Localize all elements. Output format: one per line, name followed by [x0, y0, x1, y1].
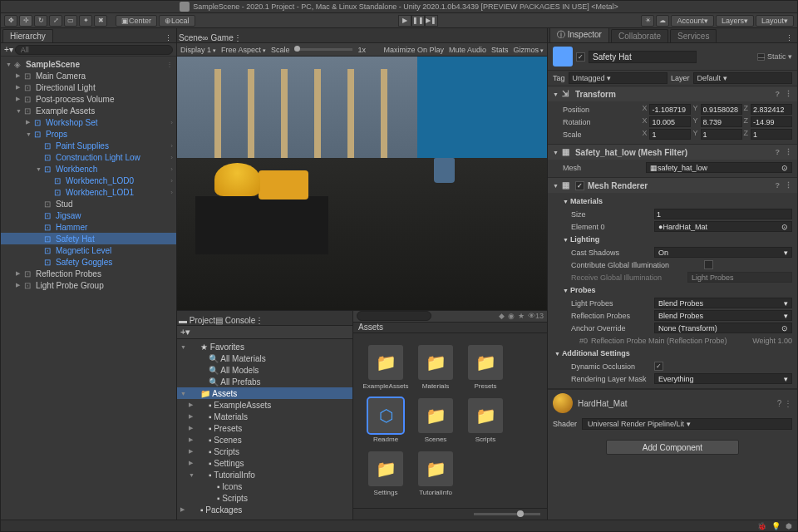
menu-icon[interactable]: ⋮	[785, 181, 792, 190]
rotation-z-input[interactable]	[751, 116, 792, 127]
gameobject-icon[interactable]	[553, 47, 573, 66]
position-y-input[interactable]	[701, 104, 742, 115]
bug-icon[interactable]: 🐞	[757, 522, 766, 530]
panel-menu-icon[interactable]: ⋮	[234, 33, 242, 42]
shader-dropdown[interactable]: Universal Render Pipeline/Lit ▾	[582, 418, 792, 430]
asset-item[interactable]: 📁Materials	[415, 345, 456, 390]
asset-item[interactable]: 📁TutorialInfo	[415, 451, 456, 496]
probes-foldout[interactable]: Probes	[563, 283, 792, 297]
favorite-icon[interactable]: ★	[518, 312, 525, 320]
rotate-tool-icon[interactable]: ↻	[34, 15, 47, 27]
help-icon[interactable]: ?	[777, 399, 782, 408]
project-tree-item[interactable]: ▶▪ Scenes	[177, 434, 352, 446]
stats-toggle[interactable]: Stats	[491, 46, 509, 54]
rect-tool-icon[interactable]: ▭	[64, 15, 77, 27]
panel-menu-icon[interactable]: ⋮	[783, 34, 796, 42]
material-preview-icon[interactable]	[553, 393, 573, 413]
hierarchy-item[interactable]: Workbench_LOD0›	[1, 175, 176, 186]
hierarchy-item[interactable]: Jigsaw	[1, 209, 176, 221]
foldout-icon[interactable]: ▼	[553, 183, 559, 189]
project-tree-item[interactable]: ▼★ Favorites	[177, 341, 352, 352]
menu-icon[interactable]: ⋮	[785, 90, 792, 98]
project-tree-item[interactable]: ▶▪ Settings	[177, 457, 352, 469]
scale-slider[interactable]	[294, 48, 352, 51]
hierarchy-item[interactable]: Safety Hat	[1, 233, 176, 244]
materials-foldout[interactable]: Materials	[563, 195, 792, 208]
position-z-input[interactable]	[751, 104, 792, 115]
scale-tool-icon[interactable]: ⤢	[49, 15, 62, 27]
pivot-center-toggle[interactable]: ▣ Center	[116, 15, 157, 27]
mute-toggle[interactable]: Mute Audio	[449, 46, 486, 54]
search-label-icon[interactable]: ◉	[508, 312, 515, 320]
pivot-local-toggle[interactable]: ⊕ Local	[159, 15, 195, 27]
mesh-object-field[interactable]: ▦ safety_hat_low⊙	[646, 162, 792, 173]
static-dropdown[interactable]: — Static ▾	[757, 52, 792, 61]
hierarchy-item[interactable]: Light Probe Group	[1, 279, 176, 291]
tab-collaborate[interactable]: Collaborate	[611, 29, 668, 42]
hierarchy-item[interactable]: Construction Light Low›	[1, 151, 176, 163]
asset-item[interactable]: 📁Scenes	[415, 398, 456, 443]
cache-icon[interactable]: ⬢	[786, 522, 792, 530]
search-filter-icon[interactable]: ◆	[499, 312, 505, 320]
hierarchy-item[interactable]: Example Assets	[1, 105, 176, 116]
cast-shadows-dropdown[interactable]: On▾	[654, 247, 792, 258]
asset-item[interactable]: 📁Presets	[465, 345, 506, 390]
account-dropdown[interactable]: Account ▾	[671, 15, 714, 27]
dynamic-occlusion-checkbox[interactable]: ✓	[654, 362, 663, 371]
tab-services[interactable]: Services	[670, 29, 717, 42]
hierarchy-item[interactable]: Props	[1, 128, 176, 140]
add-asset-icon[interactable]: +▾	[180, 327, 190, 337]
add-component-button[interactable]: Add Component	[606, 440, 739, 455]
play-button[interactable]: ▶	[398, 15, 411, 27]
scene-root[interactable]: SampleScene⋮	[1, 58, 176, 70]
active-checkbox[interactable]: ✓	[576, 52, 585, 62]
project-tree-item[interactable]: ▶▪ ExampleAssets	[177, 399, 352, 411]
tab-game[interactable]: ∞Game	[202, 33, 233, 42]
project-tree-item[interactable]: ▼📁 Assets	[177, 387, 352, 399]
additional-foldout[interactable]: Additional Settings	[554, 347, 792, 360]
gizmos-dropdown[interactable]: Gizmos	[514, 46, 544, 54]
tab-scene[interactable]: Scene	[179, 33, 202, 42]
help-icon[interactable]: ?	[776, 181, 781, 190]
lightbulb-icon[interactable]: 💡	[771, 522, 781, 530]
tag-dropdown[interactable]: Untagged ▾	[569, 72, 667, 84]
project-tree-item[interactable]: 🔍 All Materials	[177, 352, 352, 364]
sun-icon[interactable]: ☀	[641, 15, 654, 27]
asset-item[interactable]: 📁Settings	[365, 451, 406, 496]
maximize-toggle[interactable]: Maximize On Play	[383, 46, 444, 54]
materials-size-input[interactable]	[654, 209, 792, 219]
custom-tool-icon[interactable]: ✖	[94, 15, 107, 27]
hierarchy-item[interactable]: Magnetic Level	[1, 244, 176, 256]
breadcrumb[interactable]: Assets	[353, 323, 547, 334]
position-x-input[interactable]	[649, 104, 691, 115]
display-dropdown[interactable]: Display 1	[180, 46, 216, 54]
rotation-y-input[interactable]	[701, 116, 742, 127]
project-tree-item[interactable]: 🔍 All Models	[177, 364, 352, 376]
project-tree-item[interactable]: ▶▪ Presets	[177, 422, 352, 434]
rotation-x-input[interactable]	[649, 116, 691, 127]
layers-dropdown[interactable]: Layers ▾	[716, 15, 754, 27]
asset-item[interactable]: ⬡Readme	[365, 398, 406, 443]
light-probes-dropdown[interactable]: Blend Probes▾	[654, 298, 792, 308]
hand-tool-icon[interactable]: ✥	[4, 15, 17, 27]
project-tree-item[interactable]: ▶▪ Scripts	[177, 446, 352, 457]
game-view[interactable]	[177, 57, 547, 310]
project-tree-item[interactable]: ▶▪ Materials	[177, 411, 352, 422]
hierarchy-search-input[interactable]	[15, 45, 173, 55]
thumbnail-size-slider[interactable]	[474, 513, 540, 515]
component-enabled-checkbox[interactable]: ✓	[575, 181, 584, 190]
layout-dropdown[interactable]: Layout ▾	[756, 15, 794, 27]
asset-item[interactable]: 📁ExampleAssets	[365, 345, 406, 390]
move-tool-icon[interactable]: ✢	[19, 15, 32, 27]
menu-icon[interactable]: ⋮	[785, 148, 792, 156]
hierarchy-item[interactable]: Workbench_LOD1›	[1, 186, 176, 198]
tab-console[interactable]: ▤ Console	[215, 316, 255, 325]
transform-tool-icon[interactable]: ✦	[79, 15, 92, 27]
foldout-icon[interactable]: ▼	[553, 91, 559, 97]
scale-y-input[interactable]	[701, 129, 742, 140]
hidden-icon[interactable]: 👁13	[528, 312, 544, 320]
hierarchy-item[interactable]: Directional Light	[1, 81, 176, 93]
lighting-foldout[interactable]: Lighting	[563, 233, 792, 246]
tab-inspector[interactable]: ⓘ Inspector	[549, 28, 609, 42]
project-tree-item[interactable]: 🔍 All Prefabs	[177, 376, 352, 387]
